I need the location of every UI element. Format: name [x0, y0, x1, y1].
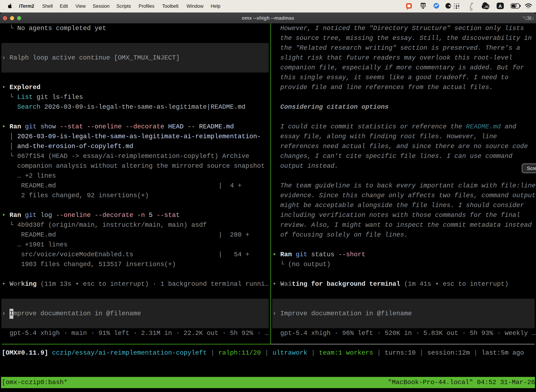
svg-text:1: 1: [532, 16, 534, 21]
svg-text:A: A: [498, 4, 502, 9]
svg-text:..61: ..61: [484, 5, 489, 9]
